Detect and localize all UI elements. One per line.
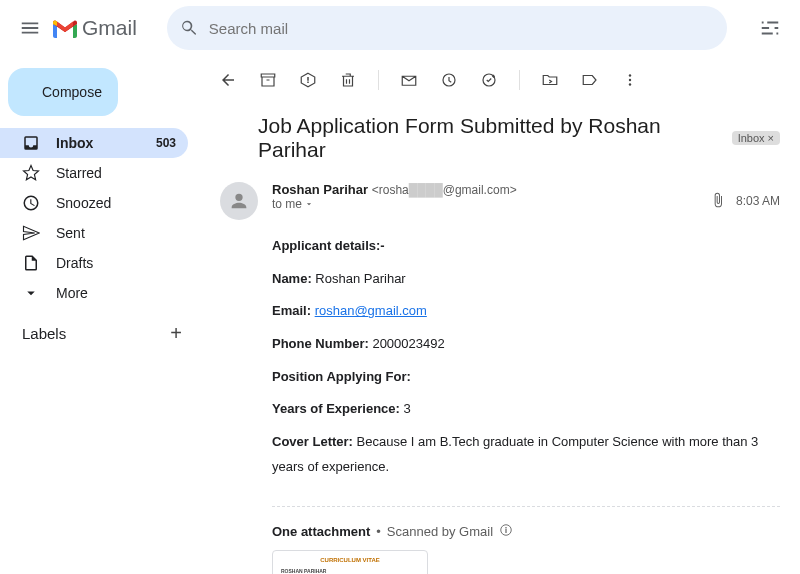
- add-task-button[interactable]: [479, 70, 499, 90]
- star-icon: [22, 164, 40, 182]
- remove-label-icon[interactable]: ×: [768, 132, 774, 144]
- add-label-button[interactable]: +: [170, 322, 182, 345]
- message-subject: Job Application Form Submitted by Roshan…: [258, 114, 722, 162]
- main-menu-button[interactable]: [10, 8, 50, 48]
- scan-label: Scanned by Gmail: [387, 524, 493, 539]
- back-button[interactable]: [218, 70, 238, 90]
- gmail-logo[interactable]: Gmail: [52, 16, 137, 40]
- inbox-icon: [22, 134, 40, 152]
- report-spam-button[interactable]: [298, 70, 318, 90]
- search-bar[interactable]: [167, 6, 727, 50]
- attachment-icon: [710, 192, 726, 211]
- attachment-preview: CURRICULUM VITAE ROSHAN PARIHAR Career O…: [273, 551, 427, 575]
- delete-button[interactable]: [338, 70, 358, 90]
- to-line[interactable]: to me: [272, 197, 710, 211]
- sidebar-item-snoozed[interactable]: Snoozed: [0, 188, 188, 218]
- search-options-button[interactable]: [750, 8, 790, 48]
- sent-icon: [22, 224, 40, 242]
- inbox-label-chip[interactable]: Inbox ×: [732, 131, 780, 145]
- sidebar-item-more[interactable]: More: [0, 278, 188, 308]
- labels-heading: Labels: [22, 325, 66, 342]
- gmail-icon: [52, 18, 78, 38]
- sidebar-item-sent[interactable]: Sent: [0, 218, 188, 248]
- sidebar-item-drafts[interactable]: Drafts: [0, 248, 188, 278]
- message-pane: Job Application Form Submitted by Roshan…: [200, 56, 800, 574]
- archive-button[interactable]: [258, 70, 278, 90]
- app-name: Gmail: [82, 16, 137, 40]
- attachment-card[interactable]: CURRICULUM VITAE ROSHAN PARIHAR Career O…: [272, 550, 428, 575]
- labels-button[interactable]: [580, 70, 600, 90]
- message-time: 8:03 AM: [736, 194, 780, 208]
- move-to-button[interactable]: [540, 70, 560, 90]
- more-actions-button[interactable]: [620, 70, 640, 90]
- from-line: Roshan Parihar <rosha████@gmail.com>: [272, 182, 710, 197]
- message-body: Applicant details:- Name: Roshan Parihar…: [200, 224, 800, 496]
- sidebar-item-starred[interactable]: Starred: [0, 158, 188, 188]
- attachment-count: One attachment: [272, 524, 370, 539]
- snooze-button[interactable]: [439, 70, 459, 90]
- svg-point-4: [629, 83, 631, 85]
- clock-icon: [22, 194, 40, 212]
- mark-unread-button[interactable]: [399, 70, 419, 90]
- sidebar-item-inbox[interactable]: Inbox 503: [0, 128, 188, 158]
- svg-point-3: [629, 79, 631, 81]
- search-input[interactable]: [209, 20, 715, 37]
- svg-point-2: [629, 74, 631, 76]
- sender-avatar[interactable]: [220, 182, 258, 220]
- compose-label: Compose: [42, 84, 102, 100]
- chevron-down-icon: [22, 284, 40, 302]
- search-icon: [179, 18, 199, 38]
- drafts-icon: [22, 254, 40, 272]
- applicant-email-link[interactable]: roshan@gmail.com: [315, 303, 427, 318]
- info-icon[interactable]: [499, 523, 513, 540]
- chevron-down-icon: [304, 199, 314, 209]
- message-toolbar: [200, 56, 800, 104]
- sidebar: Compose Inbox 503 Starred Snoozed Sent D…: [0, 56, 200, 574]
- compose-button[interactable]: Compose: [8, 68, 118, 116]
